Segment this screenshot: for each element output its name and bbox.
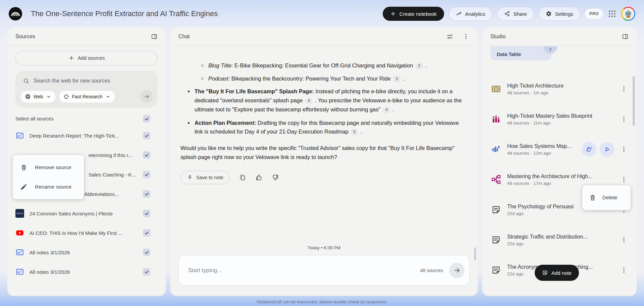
copy-icon[interactable]: [239, 174, 246, 181]
sources-title: Sources: [15, 34, 35, 40]
chat-input[interactable]: [188, 267, 420, 274]
top-actions: Create notebook Analytics Share Settings…: [383, 7, 635, 21]
chat-text-segment: Bikepacking the Backcountry: Powering Yo…: [230, 75, 392, 82]
source-checkbox[interactable]: [143, 190, 150, 198]
source-row[interactable]: m+All notes 3/1/2026: [15, 262, 158, 282]
play-audio-button[interactable]: [600, 142, 614, 157]
add-note-button[interactable]: Add note: [535, 265, 579, 281]
search-icon: [23, 78, 30, 84]
studio-item-meta: 48 sources · 12m ago: [507, 151, 578, 156]
studio-item-row[interactable]: High Ticket Architecture48 sources · 1m …: [482, 76, 637, 101]
source-checkbox[interactable]: [143, 132, 150, 139]
note-icon: [491, 205, 501, 215]
select-all-checkbox[interactable]: [143, 115, 150, 122]
search-submit-button[interactable]: [140, 90, 153, 103]
flowchart-icon: [491, 174, 501, 185]
chat-settings-icon[interactable]: [446, 33, 453, 40]
add-sources-label: Add sources: [78, 55, 105, 61]
create-notebook-button[interactable]: Create notebook: [383, 7, 444, 21]
studio-list: High Ticket Architecture48 sources · 1m …: [482, 46, 637, 296]
chat-text-segment: Podcast:: [208, 75, 230, 82]
source-checkbox[interactable]: [143, 151, 150, 159]
citation-chip[interactable]: 4: [383, 107, 390, 113]
source-row[interactable]: m+Deep Research Report: The High-Tick...: [15, 126, 158, 145]
source-checkbox[interactable]: [143, 171, 150, 178]
studio-item-text: High Ticket Architecture48 sources · 1m …: [507, 83, 618, 95]
search-input[interactable]: [34, 78, 150, 84]
save-to-note-button[interactable]: Save to note: [180, 171, 230, 184]
more-options-button[interactable]: [620, 266, 628, 274]
source-count: 48 sources: [420, 268, 443, 273]
chat-text-segment: Action Plan Placement:: [195, 120, 258, 126]
citation-chip[interactable]: 3: [393, 75, 400, 82]
share-label: Share: [514, 11, 527, 17]
studio-item-row[interactable]: High-Ticket Mastery Sales Blueprint48 so…: [482, 107, 637, 132]
studio-item-meta: 48 sources · 11m ago: [507, 120, 618, 125]
studio-delete-menu-item[interactable]: Delete: [582, 185, 631, 210]
more-options-button[interactable]: [620, 115, 628, 123]
main-layout: Sources Add sources Web: [7, 28, 637, 296]
studio-item-row[interactable]: How Sales Systems Map...48 sources · 12m…: [482, 137, 637, 162]
thumb-up-icon[interactable]: [255, 174, 263, 181]
avatar[interactable]: [621, 7, 635, 21]
source-checkbox[interactable]: [143, 268, 150, 275]
expand-panel-icon[interactable]: [622, 33, 629, 40]
studio-item-row[interactable]: Strategic Traffic and Distribution...22d…: [482, 227, 637, 252]
send-button[interactable]: [449, 263, 465, 278]
studio-item-meta: 22d ago: [507, 241, 618, 246]
data-table-chip[interactable]: Data Table: [490, 46, 551, 60]
settings-button[interactable]: Settings: [539, 7, 580, 21]
source-row[interactable]: AI CEO: THIS is How I'd Make My First ..…: [15, 223, 158, 243]
chat-more-options-icon[interactable]: [462, 33, 470, 40]
web-source-dropdown[interactable]: Web: [20, 90, 56, 103]
bullet-marker: [188, 91, 190, 92]
globe-icon: [25, 94, 31, 100]
studio-item-meta: 48 sources · 1m ago: [507, 90, 618, 95]
bullet-marker: [188, 122, 190, 124]
interactive-mode-button[interactable]: [582, 142, 596, 157]
remove-source-menu-item[interactable]: Remove source: [13, 158, 84, 177]
source-title: AI CEO: THIS is How I'd Make My First ..…: [30, 230, 138, 236]
studio-scrollbar[interactable]: [633, 76, 635, 126]
citation-chip[interactable]: 5: [351, 129, 358, 136]
analytics-button[interactable]: Analytics: [449, 7, 492, 21]
chat-scrollbar[interactable]: [474, 247, 476, 260]
add-sources-button[interactable]: Add sources: [15, 51, 158, 65]
pencil-icon: [20, 183, 28, 191]
svg-text:m: m: [17, 270, 20, 274]
chevron-down-icon: [105, 94, 111, 99]
more-options-button[interactable]: [620, 175, 628, 184]
more-options-button[interactable]: [620, 85, 628, 93]
rename-source-label: Rename source: [35, 184, 71, 190]
chat-bullet: Action Plan Placement: Drafting the copy…: [180, 118, 468, 136]
svg-text:+: +: [20, 133, 22, 137]
studio-item-row[interactable]: The Content Creation Engine: Wee...: [482, 288, 637, 296]
citation-chip[interactable]: 4: [305, 98, 313, 104]
audio-waveform-icon: [491, 144, 501, 154]
source-checkbox[interactable]: [143, 249, 150, 256]
source-row[interactable]: m+All notes 3/1/2026: [15, 243, 158, 262]
source-checkbox[interactable]: [143, 210, 150, 217]
studio-item-text: High-Ticket Mastery Sales Blueprint48 so…: [507, 113, 618, 125]
more-options-button[interactable]: [620, 145, 628, 153]
citation-chip[interactable]: 3: [415, 63, 423, 69]
apps-grid-icon[interactable]: [608, 9, 616, 18]
source-title: Deep Research Report: The High-Tick...: [30, 133, 138, 139]
research-mode-dropdown[interactable]: Fast Research: [59, 90, 115, 103]
delete-label: Delete: [602, 195, 618, 201]
source-row[interactable]: PLECTO24 Common Sales Acronyms | Plecto: [15, 204, 158, 223]
share-button[interactable]: Share: [497, 7, 534, 21]
top-bar: The One-Sentence Profit Extractor and AI…: [0, 0, 644, 28]
thumb-down-icon[interactable]: [272, 174, 279, 181]
notebooklm-logo-icon[interactable]: [9, 7, 22, 20]
collapse-panel-icon[interactable]: [151, 33, 158, 40]
source-title: 24 Common Sales Acronyms | Plecto: [30, 211, 138, 216]
rename-source-menu-item[interactable]: Rename source: [13, 177, 84, 197]
trash-icon: [20, 164, 28, 171]
source-checkbox[interactable]: [143, 229, 150, 237]
more-options-button[interactable]: [620, 236, 628, 244]
web-chip-label: Web: [34, 94, 43, 99]
notebook-title[interactable]: The One-Sentence Profit Extractor and AI…: [31, 9, 383, 18]
add-note-label: Add note: [551, 270, 572, 276]
kebab-icon: [620, 236, 628, 244]
